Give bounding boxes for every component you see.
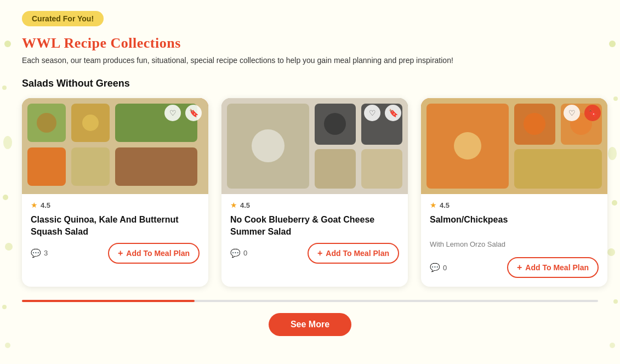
card-image-wrapper-3: ♡ 🔖: [421, 98, 607, 194]
card-icons-1: ♡ 🔖: [164, 105, 202, 121]
comment-number-3: 0: [443, 264, 447, 272]
recipe-name-2: No Cook Blueberry & Goat Cheese Summer S…: [230, 214, 399, 238]
svg-point-30: [324, 113, 346, 135]
rating-row-2: ★ 4.5: [230, 201, 399, 209]
svg-point-4: [5, 243, 13, 251]
card-body-2: ★ 4.5 No Cook Blueberry & Goat Cheese Su…: [221, 194, 408, 272]
comment-icon-2: 💬: [230, 248, 241, 258]
subsection-title: Salads Without Greens: [22, 78, 598, 89]
recipe-name-3: Salmon/Chickpeas: [430, 214, 599, 238]
progress-bar-fill: [22, 300, 195, 302]
svg-rect-19: [71, 147, 110, 186]
rating-row-3: ★ 4.5: [430, 201, 599, 209]
svg-point-3: [3, 195, 8, 200]
card-footer-3: 💬 0 + Add To Meal Plan: [430, 257, 599, 278]
svg-point-1: [2, 86, 7, 90]
svg-rect-20: [115, 147, 197, 186]
svg-point-13: [610, 343, 615, 348]
svg-point-11: [607, 248, 615, 256]
add-to-meal-plan-button-2[interactable]: + Add To Meal Plan: [308, 243, 399, 264]
plus-icon-2: +: [317, 248, 322, 258]
svg-point-7: [609, 41, 616, 47]
add-to-meal-plan-button-3[interactable]: + Add To Meal Plan: [507, 257, 599, 278]
svg-point-10: [612, 200, 617, 206]
section-description: Each season, our team produces fun, situ…: [22, 56, 598, 65]
recipe-card-2: ♡ 🔖 ★ 4.5 No Cook Blueberry & Goat Chees…: [221, 98, 408, 287]
left-decoration: [0, 0, 15, 364]
card-body-1: ★ 4.5 Classic Quinoa, Kale And Butternut…: [22, 194, 208, 272]
svg-point-2: [3, 136, 12, 149]
plus-icon-1: +: [118, 248, 123, 258]
see-more-wrapper: See More: [22, 313, 598, 336]
comment-number-2: 0: [243, 249, 247, 257]
recipe-name-1: Classic Quinoa, Kale And Butternut Squas…: [31, 214, 200, 238]
card-image-wrapper-2: ♡ 🔖: [221, 98, 408, 194]
svg-point-29: [252, 129, 285, 162]
add-label-2: Add To Meal Plan: [326, 249, 389, 258]
svg-rect-27: [315, 149, 356, 189]
svg-point-8: [613, 96, 618, 101]
svg-point-12: [613, 299, 618, 304]
curated-badge: Curated For You!: [22, 11, 104, 26]
see-more-button[interactable]: See More: [269, 313, 351, 336]
svg-point-0: [4, 41, 11, 47]
bookmark-button-1[interactable]: 🔖: [185, 105, 202, 121]
card-body-3: ★ 4.5 Salmon/Chickpeas With Lemon Orzo S…: [421, 194, 607, 287]
rating-row-1: ★ 4.5: [31, 201, 200, 209]
comment-number-1: 3: [44, 249, 48, 257]
rating-value-3: 4.5: [440, 201, 450, 209]
card-icons-2: ♡ 🔖: [364, 105, 401, 121]
add-to-meal-plan-button-1[interactable]: + Add To Meal Plan: [108, 243, 200, 264]
comment-icon-1: 💬: [31, 248, 41, 258]
svg-point-5: [2, 305, 7, 309]
comment-count-2: 💬 0: [230, 248, 247, 258]
card-image-wrapper-1: ♡ 🔖: [22, 98, 208, 194]
svg-rect-18: [27, 147, 66, 186]
card-icons-3: ♡ 🔖: [564, 105, 601, 121]
heart-button-1[interactable]: ♡: [164, 105, 181, 121]
add-label-3: Add To Meal Plan: [525, 263, 589, 272]
svg-point-6: [5, 343, 10, 348]
svg-point-37: [524, 113, 545, 135]
comment-icon-3: 💬: [430, 263, 440, 272]
svg-point-21: [37, 113, 56, 133]
bookmark-button-2[interactable]: 🔖: [385, 105, 401, 121]
add-label-1: Add To Meal Plan: [126, 249, 190, 258]
bookmark-button-3[interactable]: 🔖: [584, 105, 601, 121]
svg-point-36: [454, 132, 481, 160]
cards-row: ♡ 🔖 ★ 4.5 Classic Quinoa, Kale And Butte…: [22, 98, 598, 287]
plus-icon-3: +: [517, 263, 522, 272]
card-footer-1: 💬 3 + Add To Meal Plan: [31, 243, 200, 264]
progress-bar-wrapper: [22, 300, 598, 302]
card-footer-2: 💬 0 + Add To Meal Plan: [230, 243, 399, 264]
star-icon-2: ★: [230, 201, 237, 209]
page-title: WWL Recipe Collections: [22, 35, 598, 52]
star-icon-1: ★: [31, 201, 38, 209]
recipe-card-3: ♡ 🔖 ★ 4.5 Salmon/Chickpeas With Lemon Or…: [421, 98, 607, 287]
star-icon-3: ★: [430, 201, 437, 209]
heart-button-3[interactable]: ♡: [564, 105, 580, 121]
heart-button-2[interactable]: ♡: [364, 105, 380, 121]
page-wrapper: Curated For You! WWL Recipe Collections …: [0, 0, 620, 364]
rating-value-2: 4.5: [240, 201, 250, 209]
comment-count-3: 💬 0: [430, 263, 447, 272]
recipe-card-1: ♡ 🔖 ★ 4.5 Classic Quinoa, Kale And Butte…: [22, 98, 208, 287]
recipe-subtitle-3: With Lemon Orzo Salad: [430, 240, 599, 248]
svg-point-9: [608, 147, 617, 160]
comment-count-1: 💬 3: [31, 248, 48, 258]
svg-point-22: [82, 115, 99, 131]
rating-value-1: 4.5: [41, 201, 50, 209]
svg-rect-35: [514, 149, 602, 189]
svg-rect-28: [361, 149, 402, 189]
